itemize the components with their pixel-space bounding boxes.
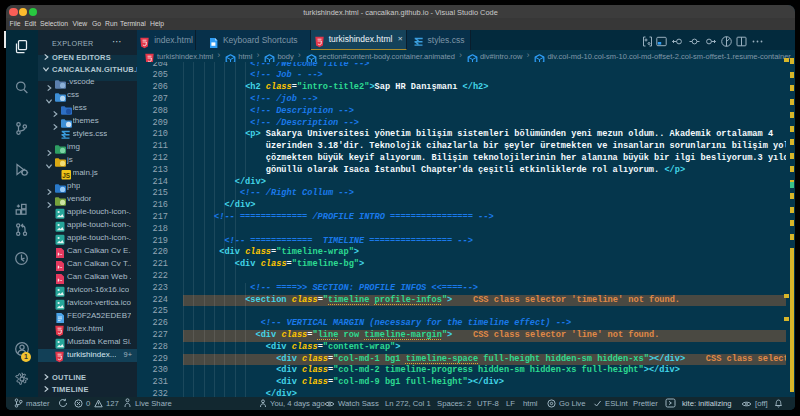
svg-text:JS: JS <box>62 172 71 179</box>
